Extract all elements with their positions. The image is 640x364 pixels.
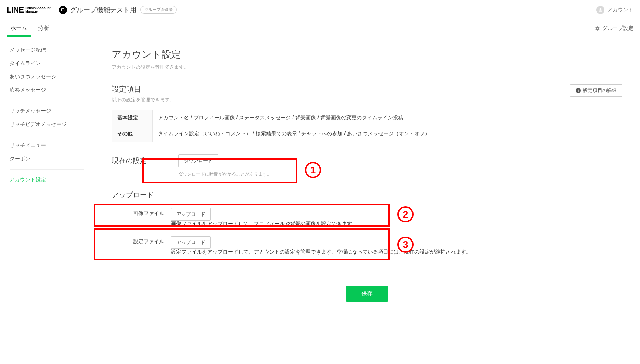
- download-button[interactable]: ダウンロード: [178, 154, 218, 167]
- tab-analytics[interactable]: 分析: [34, 20, 53, 37]
- download-hint: ダウンロードに時間がかかることがあります。: [178, 171, 385, 178]
- settings-table: 基本設定 アカウント名 / プロフィール画像 / ステータスメッセージ / 背景…: [112, 110, 622, 142]
- upload-settings-button[interactable]: アップロード: [171, 236, 211, 249]
- brand-sub: Official Account Manager: [25, 7, 51, 13]
- upload-image-hint: 画像ファイルをアップロードして、プロフィールや背景の画像を設定できます。: [171, 221, 622, 227]
- topbar: LINE Official Account Manager G グループ機能テス…: [0, 0, 640, 20]
- sidebar-item-greeting[interactable]: あいさつメッセージ: [10, 70, 84, 84]
- avatar-icon: [596, 6, 604, 14]
- settings-row-basic-th: 基本設定: [112, 110, 153, 126]
- sidebar: メッセージ配信 タイムライン あいさつメッセージ 応答メッセージ リッチメッセー…: [0, 37, 94, 364]
- gear-icon: [595, 26, 600, 31]
- sidebar-item-autoreply[interactable]: 応答メッセージ: [10, 84, 84, 97]
- upload-settings-label: 設定ファイル: [112, 236, 171, 245]
- account-label: アカウント: [607, 7, 633, 13]
- settings-detail-button[interactable]: i 設定項目の詳細: [570, 84, 622, 97]
- page-title: アカウント設定: [112, 48, 622, 61]
- settings-detail-label: 設定項目の詳細: [583, 87, 617, 94]
- sidebar-item-timeline[interactable]: タイムライン: [10, 57, 84, 70]
- group-settings-label: グループ設定: [602, 25, 633, 32]
- current-settings-label: 現在の設定: [112, 154, 178, 166]
- sidebar-item-richmenu[interactable]: リッチメニュー: [10, 139, 84, 152]
- brand-main: LINE: [7, 5, 24, 15]
- sidebar-item-coupon[interactable]: クーポン: [10, 152, 84, 166]
- settings-row-other-th: その他: [112, 126, 153, 142]
- settings-items-title: 設定項目: [112, 84, 174, 94]
- sidebar-item-account-settings[interactable]: アカウント設定: [10, 173, 84, 187]
- settings-row-basic-td: アカウント名 / プロフィール画像 / ステータスメッセージ / 背景画像 / …: [153, 110, 622, 126]
- group-role-badge: グループ管理者: [140, 6, 177, 14]
- tab-home[interactable]: ホーム: [7, 20, 31, 37]
- sidebar-item-richmessage[interactable]: リッチメッセージ: [10, 105, 84, 118]
- tabs-row: ホーム 分析 グループ設定: [0, 20, 640, 37]
- brand: LINE Official Account Manager: [7, 5, 51, 15]
- group-title: グループ機能テスト用: [70, 6, 137, 14]
- info-icon: i: [576, 88, 581, 93]
- account-menu[interactable]: アカウント: [596, 6, 633, 14]
- group-settings-link[interactable]: グループ設定: [595, 25, 633, 32]
- settings-row-other-td: タイムライン設定（いいね・コメント） / 検索結果での表示 / チャットへの参加…: [153, 126, 622, 142]
- upload-settings-hint: 設定ファイルをアップロードして、アカウントの設定を管理できます。空欄になっている…: [171, 249, 622, 255]
- upload-title: アップロード: [112, 190, 622, 200]
- save-button[interactable]: 保存: [346, 286, 388, 302]
- table-row: 基本設定 アカウント名 / プロフィール画像 / ステータスメッセージ / 背景…: [112, 110, 622, 126]
- settings-items-subtitle: 以下の設定を管理できます。: [112, 96, 174, 103]
- sidebar-item-richvideo[interactable]: リッチビデオメッセージ: [10, 118, 84, 131]
- page-subtitle: アカウントの設定を管理できます。: [112, 64, 622, 71]
- table-row: その他 タイムライン設定（いいね・コメント） / 検索結果での表示 / チャット…: [112, 126, 622, 142]
- main-content: アカウント設定 アカウントの設定を管理できます。 設定項目 以下の設定を管理でき…: [94, 37, 640, 364]
- group-badge-icon: G: [59, 6, 67, 14]
- upload-image-button[interactable]: アップロード: [171, 208, 211, 221]
- brand-sub-2: Manager: [25, 10, 51, 13]
- sidebar-item-broadcast[interactable]: メッセージ配信: [10, 44, 84, 57]
- upload-image-label: 画像ファイル: [112, 208, 171, 217]
